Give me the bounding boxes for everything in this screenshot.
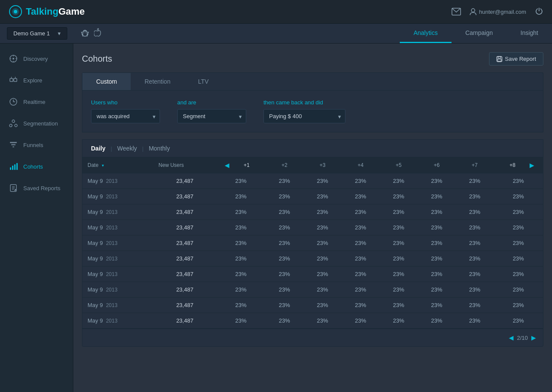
filter-select-then[interactable]: Paying $ 400 — [263, 109, 345, 123]
save-report-button[interactable]: Save Report — [489, 52, 543, 66]
power-icon — [535, 7, 543, 16]
table-cell-p8: 23% — [494, 251, 543, 267]
table-cell-p1: 23% — [216, 251, 265, 267]
col-header-date: Date ▾ — [82, 157, 154, 173]
user-email-text: hunter@gmail.com — [479, 9, 526, 15]
sidebar-item-funnels[interactable]: Funnels — [0, 134, 73, 156]
table-row: May 9 201323,48723%23%23%23%23%23%23%23% — [82, 235, 543, 251]
table-cell-p3: 23% — [304, 298, 342, 313]
pagination-info: 2/10 — [517, 335, 528, 341]
table-cell-p7: 23% — [456, 251, 494, 267]
pagination-next[interactable]: ▶ — [531, 334, 536, 341]
period-tab-weekly[interactable]: Weekly — [116, 145, 139, 152]
table-cell-new-users: 23,487 — [154, 173, 216, 189]
filter-select-users-who[interactable]: was acquired — [91, 109, 160, 123]
svg-point-26 — [15, 124, 17, 127]
table-cell-p3: 23% — [304, 282, 342, 298]
table-cell-p5: 23% — [380, 313, 417, 329]
filter-select-wrap-and-are: Segment — [177, 109, 246, 123]
explore-icon — [9, 75, 18, 85]
svg-rect-31 — [12, 166, 13, 170]
table-cell-new-users: 23,487 — [154, 235, 216, 251]
filter-panel: Users who was acquired and are Segment — [82, 90, 543, 132]
table-cell-p5: 23% — [380, 189, 417, 204]
sort-icon[interactable]: ▾ — [102, 163, 104, 168]
table-cell-p7: 23% — [456, 298, 494, 313]
period-tab-monthly[interactable]: Monthly — [147, 145, 172, 152]
table-cell-p8: 23% — [494, 173, 543, 189]
apple-icon[interactable] — [94, 28, 101, 39]
content-area: Cohorts Save Report Custom Retention LTV… — [73, 44, 552, 392]
table-cell-p1: 23% — [216, 173, 265, 189]
table-prev-arrow[interactable]: ◀ — [221, 162, 233, 169]
sidebar-item-explore[interactable]: Explore — [0, 69, 73, 91]
table-cell-p5: 23% — [380, 298, 417, 313]
table-cell-p7: 23% — [456, 267, 494, 282]
table-cell-p5: 23% — [380, 251, 417, 267]
period-divider-2: | — [142, 145, 144, 152]
svg-rect-19 — [10, 78, 13, 82]
svg-point-14 — [13, 58, 14, 60]
top-nav-right: hunter@gmail.com — [452, 7, 543, 17]
user-icon — [470, 8, 477, 16]
svg-point-11 — [84, 32, 85, 33]
table-cell-date: May 9 2013 — [82, 298, 154, 313]
table-cell-p6: 23% — [417, 189, 455, 204]
table-cell-p4: 23% — [342, 267, 380, 282]
table-body: May 9 201323,48723%23%23%23%23%23%23%23%… — [82, 173, 543, 329]
cohort-tab-ltv[interactable]: LTV — [184, 73, 223, 90]
sidebar-label-segmentation: Segmentation — [23, 120, 58, 127]
power-button[interactable] — [535, 7, 543, 17]
sidebar-item-discovery[interactable]: Discovery — [0, 48, 73, 69]
sidebar-item-realtime[interactable]: Realtime — [0, 91, 73, 113]
game-selector[interactable]: Demo Game 1 ▾ — [7, 27, 67, 40]
table-cell-p7: 23% — [456, 235, 494, 251]
game-selector-text: Demo Game 1 — [13, 30, 50, 37]
table-cell-p7: 23% — [456, 189, 494, 204]
period-tab-daily[interactable]: Daily — [89, 145, 107, 152]
col-header-p6: +6 — [417, 157, 455, 173]
table-cell-date: May 9 2013 — [82, 173, 154, 189]
nav-tab-campaign[interactable]: Campaign — [452, 24, 507, 43]
nav-tab-insight[interactable]: Insight — [507, 24, 552, 43]
svg-point-12 — [86, 32, 87, 33]
table-cell-p1: 23% — [216, 220, 265, 235]
table-cell-date: May 9 2013 — [82, 267, 154, 282]
col-header-p1: +1 — [233, 162, 260, 168]
svg-line-9 — [81, 32, 82, 33]
page-header: Cohorts Save Report — [82, 52, 543, 66]
pagination-prev[interactable]: ◀ — [509, 334, 514, 341]
android-icon[interactable] — [81, 28, 89, 39]
sidebar-item-segmentation[interactable]: Segmentation — [0, 113, 73, 134]
filter-label-then: then came back and did — [263, 99, 345, 106]
table-cell-p3: 23% — [304, 220, 342, 235]
table-cell-date: May 9 2013 — [82, 204, 154, 220]
filter-select-and-are[interactable]: Segment — [177, 109, 246, 123]
table-cell-p6: 23% — [417, 220, 455, 235]
mail-icon-btn[interactable] — [452, 8, 461, 16]
sidebar-label-discovery: Discovery — [23, 56, 48, 62]
nav-tab-analytics[interactable]: Analytics — [400, 24, 452, 43]
cohort-tab-retention[interactable]: Retention — [131, 73, 184, 90]
table-cell-p1: 23% — [216, 282, 265, 298]
table-cell-p4: 23% — [342, 220, 380, 235]
table-next-arrow[interactable]: ▶ — [526, 162, 538, 169]
sidebar-item-saved-reports[interactable]: Saved Reports — [0, 177, 73, 199]
save-icon — [496, 56, 502, 62]
table-cell-p6: 23% — [417, 298, 455, 313]
table-cell-p2: 23% — [266, 173, 304, 189]
cohort-tab-custom[interactable]: Custom — [82, 73, 131, 90]
table-row: May 9 201323,48723%23%23%23%23%23%23%23% — [82, 282, 543, 298]
saved-reports-icon — [9, 183, 18, 193]
sidebar-label-explore: Explore — [23, 77, 42, 84]
table-cell-p7: 23% — [456, 282, 494, 298]
filter-select-wrap-then: Paying $ 400 — [263, 109, 345, 123]
table-cell-p8: 23% — [494, 204, 543, 220]
sub-nav: Demo Game 1 ▾ Analytics Campaign Ins — [0, 24, 552, 44]
filter-group-then: then came back and did Paying $ 400 — [263, 99, 345, 123]
table-row: May 9 201323,48723%23%23%23%23%23%23%23% — [82, 189, 543, 204]
apple-svg — [94, 28, 101, 37]
sidebar-label-funnels: Funnels — [23, 142, 43, 148]
svg-point-25 — [9, 124, 12, 127]
sidebar-item-cohorts[interactable]: Cohorts — [0, 156, 73, 177]
